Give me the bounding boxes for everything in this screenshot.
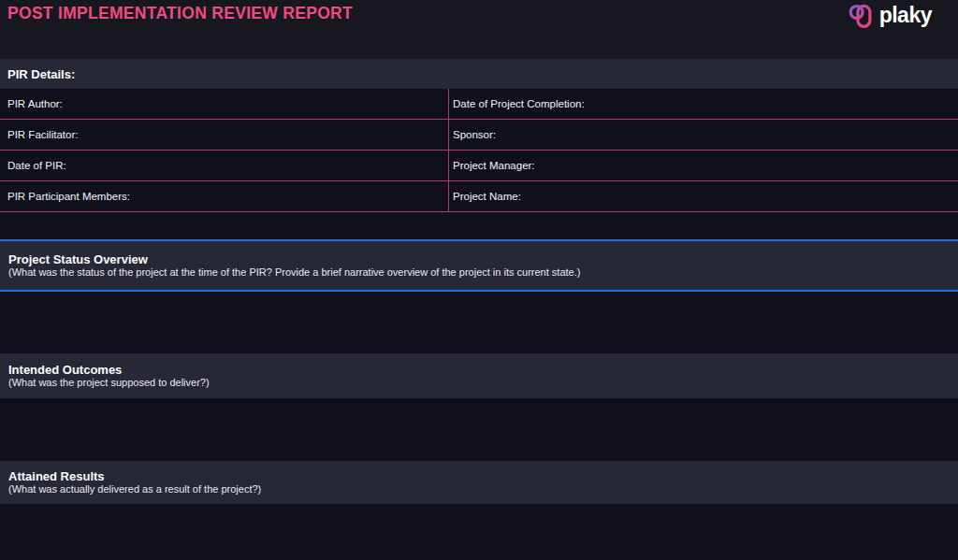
date-of-project-completion-label: Date of Project Completion: — [453, 98, 585, 109]
pir-author-label: PIR Author: — [7, 98, 63, 109]
sponsor-label: Sponsor: — [453, 129, 496, 140]
page-title: POST IMPLEMENTATION REVIEW REPORT — [7, 4, 353, 23]
table-bottom-gap — [0, 212, 958, 239]
project-manager-field[interactable]: Project Manager: — [449, 151, 958, 180]
section-title: Project Status Overview — [8, 252, 958, 266]
date-of-pir-label: Date of PIR: — [7, 160, 66, 171]
report-header: POST IMPLEMENTATION REVIEW REPORT plaky — [0, 0, 958, 59]
plaky-logo: plaky — [849, 3, 932, 28]
date-of-pir-field[interactable]: Date of PIR: — [0, 151, 449, 180]
table-row: PIR Author: Date of Project Completion: — [0, 89, 958, 120]
pir-facilitator-field[interactable]: PIR Facilitator: — [0, 120, 449, 150]
intended-outcomes-answer-area[interactable] — [0, 398, 958, 461]
pir-details-table: PIR Author: Date of Project Completion: … — [0, 89, 958, 212]
section-project-status-overview[interactable]: Project Status Overview (What was the st… — [0, 239, 958, 292]
section-intended-outcomes[interactable]: Intended Outcomes (What was the project … — [0, 353, 958, 398]
sponsor-field[interactable]: Sponsor: — [449, 120, 958, 150]
project-name-label: Project Name: — [453, 191, 521, 202]
section-title: Intended Outcomes — [8, 363, 958, 377]
section-attained-results[interactable]: Attained Results (What was actually deli… — [0, 461, 958, 504]
plaky-logo-text: plaky — [879, 3, 932, 28]
pir-details-heading-label: PIR Details: — [7, 67, 75, 81]
date-of-project-completion-field[interactable]: Date of Project Completion: — [449, 89, 958, 119]
attained-results-answer-area[interactable] — [0, 504, 958, 560]
table-row: Date of PIR: Project Manager: — [0, 151, 958, 181]
section-description: (What was actually delivered as a result… — [8, 483, 958, 495]
pir-participant-members-label: PIR Participant Members: — [7, 191, 130, 202]
project-status-overview-answer-area[interactable] — [0, 292, 958, 353]
section-title: Attained Results — [8, 469, 958, 483]
section-description: (What was the status of the project at t… — [8, 266, 958, 279]
project-name-field[interactable]: Project Name: — [449, 181, 958, 211]
project-manager-label: Project Manager: — [453, 160, 535, 171]
table-row: PIR Participant Members: Project Name: — [0, 181, 958, 212]
table-row: PIR Facilitator: Sponsor: — [0, 120, 958, 151]
pir-author-field[interactable]: PIR Author: — [0, 89, 449, 119]
pir-participant-members-field[interactable]: PIR Participant Members: — [0, 181, 449, 211]
pir-details-heading: PIR Details: — [0, 59, 958, 89]
section-description: (What was the project supposed to delive… — [8, 377, 958, 389]
pir-facilitator-label: PIR Facilitator: — [7, 129, 78, 140]
plaky-mark-icon — [849, 3, 874, 28]
